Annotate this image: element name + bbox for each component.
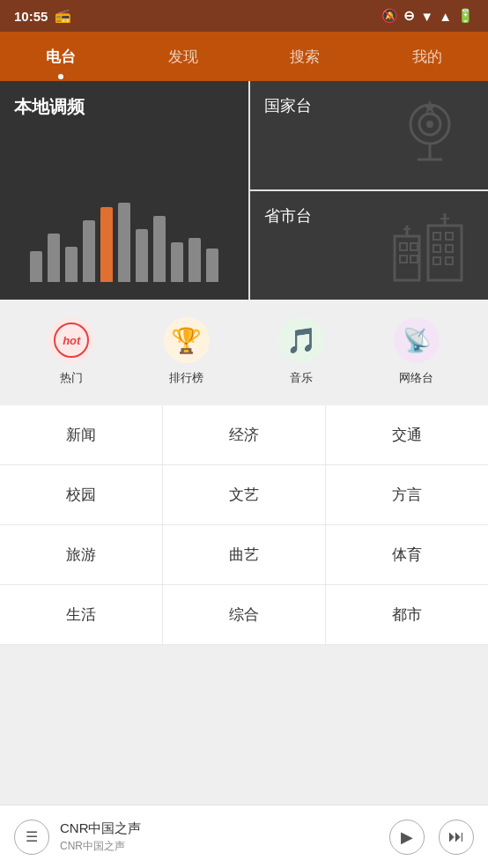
- card-national[interactable]: 国家台: [250, 81, 488, 189]
- category-traffic[interactable]: 交通: [326, 405, 488, 464]
- category-city[interactable]: 都市: [326, 585, 488, 644]
- eq-bar-7: [153, 216, 166, 282]
- svg-rect-8: [410, 243, 418, 250]
- quick-item-music[interactable]: 🎵 音乐: [278, 317, 324, 386]
- battery-icon: 🔋: [457, 8, 474, 24]
- svg-rect-14: [433, 233, 440, 240]
- svg-point-2: [426, 121, 433, 128]
- svg-rect-7: [400, 243, 407, 250]
- category-row-0: 新闻 经济 交通: [0, 405, 488, 465]
- svg-rect-9: [400, 256, 407, 263]
- list-icon: ☰: [26, 828, 38, 845]
- wifi-network-icon: 📡: [403, 327, 431, 354]
- category-opera[interactable]: 曲艺: [163, 525, 326, 584]
- category-sports[interactable]: 体育: [326, 525, 488, 584]
- rank-label: 排行榜: [169, 370, 203, 386]
- status-bar: 10:55 📻 🔕 ⊖ ▼ ▲ 🔋: [0, 0, 488, 32]
- eq-bar-9: [189, 238, 201, 282]
- quick-item-network[interactable]: 📡 网络台: [394, 317, 440, 386]
- card-local-frequency[interactable]: 本地调频: [0, 81, 248, 300]
- nav-tab-discover[interactable]: 发现: [154, 40, 212, 74]
- category-row-3: 生活 综合 都市: [0, 585, 488, 645]
- trophy-icon: 🏆: [171, 326, 202, 355]
- quick-item-rank[interactable]: 🏆 排行榜: [164, 317, 210, 386]
- svg-rect-18: [433, 257, 440, 264]
- province-title: 省市台: [264, 205, 312, 226]
- eq-bar-5: [118, 203, 130, 282]
- eq-bar-2: [65, 247, 78, 282]
- network-icon-bg: 📡: [394, 317, 440, 363]
- hot-icon: hot: [54, 323, 89, 358]
- player-info: CNR中国之声 CNR中国之声: [60, 820, 379, 854]
- status-left: 10:55 📻: [14, 8, 71, 24]
- eq-bar-6: [136, 229, 148, 282]
- play-button[interactable]: ▶: [389, 820, 425, 855]
- svg-rect-10: [410, 256, 418, 263]
- bell-mute-icon: 🔕: [381, 8, 398, 24]
- status-icons: 🔕 ⊖ ▼ ▲ 🔋: [381, 8, 474, 24]
- svg-rect-17: [446, 245, 453, 252]
- player-title: CNR中国之声: [60, 820, 379, 837]
- eq-bar-8: [171, 242, 183, 282]
- main-content: 本地调频 国家台: [0, 81, 488, 805]
- minus-circle-icon: ⊖: [403, 8, 415, 24]
- category-travel[interactable]: 旅游: [0, 525, 163, 584]
- eq-bar-0: [30, 251, 42, 282]
- top-cards: 本地调频 国家台: [0, 81, 488, 300]
- bottom-player: ☰ CNR中国之声 CNR中国之声 ▶ ⏭: [0, 805, 488, 868]
- local-frequency-title: 本地调频: [14, 95, 234, 119]
- svg-rect-16: [433, 245, 440, 252]
- category-dialect[interactable]: 方言: [326, 465, 488, 524]
- national-title: 国家台: [264, 95, 312, 116]
- nav-tab-mine[interactable]: 我的: [398, 40, 456, 74]
- music-label: 音乐: [290, 370, 313, 386]
- nav-tab-radio[interactable]: 电台: [32, 40, 90, 74]
- hot-label: 热门: [60, 370, 83, 386]
- category-row-2: 旅游 曲艺 体育: [0, 525, 488, 585]
- music-icon: 🎵: [286, 326, 317, 355]
- category-grid: 新闻 经济 交通 校园 文艺 方言 旅游 曲艺 体育 生活 综合 都市: [0, 405, 488, 645]
- signal-icon: ▲: [439, 9, 452, 24]
- province-icon: [386, 201, 474, 293]
- nav-tab-search[interactable]: 搜索: [276, 40, 334, 74]
- radio-icon: 📻: [55, 8, 71, 24]
- player-subtitle: CNR中国之声: [60, 839, 379, 854]
- category-art[interactable]: 文艺: [163, 465, 326, 524]
- wifi-icon: ▼: [420, 9, 433, 24]
- eq-bar-4: [100, 207, 113, 282]
- svg-rect-15: [446, 233, 453, 240]
- time: 10:55: [14, 9, 48, 24]
- music-icon-bg: 🎵: [278, 317, 324, 363]
- svg-rect-19: [446, 257, 453, 264]
- play-icon: ▶: [401, 827, 413, 847]
- hot-icon-bg: hot: [48, 317, 94, 363]
- category-economy[interactable]: 经济: [163, 405, 326, 464]
- category-campus[interactable]: 校园: [0, 465, 163, 524]
- next-button[interactable]: ⏭: [439, 820, 474, 855]
- category-comprehensive[interactable]: 综合: [163, 585, 326, 644]
- eq-bar-1: [48, 234, 60, 282]
- card-province[interactable]: 省市台: [250, 191, 488, 300]
- rank-icon-bg: 🏆: [164, 317, 210, 363]
- eq-bar-3: [83, 220, 95, 282]
- network-label: 网络台: [399, 370, 433, 386]
- top-navigation: 电台 发现 搜索 我的: [0, 32, 488, 81]
- category-row-1: 校园 文艺 方言: [0, 465, 488, 525]
- right-cards: 国家台 省市台: [250, 81, 488, 300]
- category-news[interactable]: 新闻: [0, 405, 163, 464]
- player-controls: ▶ ⏭: [389, 820, 474, 855]
- eq-bar-10: [206, 249, 218, 282]
- category-life[interactable]: 生活: [0, 585, 163, 644]
- playlist-button[interactable]: ☰: [14, 820, 49, 855]
- equalizer-bars: [0, 203, 248, 282]
- national-icon: [386, 91, 474, 182]
- quick-access-section: hot 热门 🏆 排行榜 🎵 音乐 📡 网络台: [0, 300, 488, 397]
- next-icon: ⏭: [448, 827, 464, 846]
- quick-item-hot[interactable]: hot 热门: [48, 317, 94, 386]
